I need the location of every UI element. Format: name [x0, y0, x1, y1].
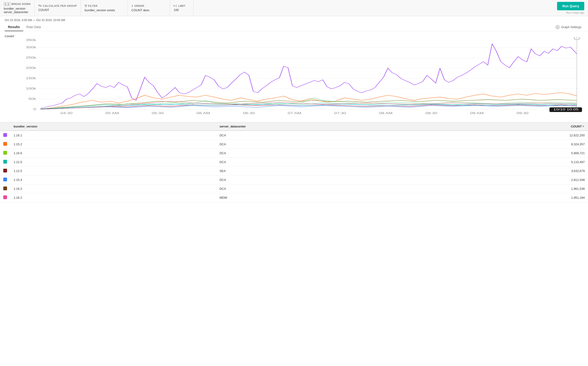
svg-text:06:30: 06:30 [243, 112, 255, 114]
svg-text:350k: 350k [26, 39, 36, 42]
run-ago-text: Run 5 days ago [566, 11, 584, 14]
chart-area: COUNT 0 50k 100k 150k 200k 250k 300k 350… [0, 31, 588, 120]
calculate-section[interactable]: fx CALCULATE PER GROUP COUNT [35, 0, 81, 16]
color-cell [0, 158, 10, 167]
results-header: Oct 10 2018, 4:05 AM — Oct 10 2018, 10:0… [0, 16, 588, 31]
bundler-version-header[interactable]: bundler_version [10, 122, 216, 131]
svg-text:04:30: 04:30 [61, 112, 72, 114]
bundler-version-cell: 1.15.4 [10, 175, 216, 184]
svg-point-0 [557, 26, 558, 28]
graph-settings-label: Graph Settings [561, 25, 581, 29]
svg-text:10/10 10:05: 10/10 10:05 [553, 108, 579, 111]
gear-icon [555, 25, 560, 29]
run-query-button[interactable]: Run Query [557, 2, 584, 10]
svg-text:09 AM: 09 AM [470, 112, 484, 114]
server-datacenter-cell: DCA [216, 158, 439, 167]
svg-text:150k: 150k [26, 77, 36, 80]
server-datacenter-cell: DCA [216, 149, 439, 158]
data-table: bundler_version server_datacenter COUNT … [0, 122, 588, 202]
color-cell [0, 167, 10, 175]
svg-text:05:30: 05:30 [152, 112, 164, 114]
server-datacenter-cell: DCA [216, 175, 439, 184]
color-swatch [3, 142, 7, 146]
color-swatch [3, 187, 7, 190]
svg-text:06 AM: 06 AM [196, 112, 210, 114]
color-cell [0, 131, 10, 140]
svg-text:200k: 200k [26, 66, 36, 69]
svg-text:07:30: 07:30 [334, 112, 346, 114]
color-swatch [3, 195, 7, 199]
toolbar: {-} BREAK DOWN bundler_version server_da… [0, 0, 588, 16]
tab-results[interactable]: Results [5, 23, 23, 31]
calculate-value: COUNT [39, 8, 77, 12]
server-datacenter-cell: DCA [216, 131, 439, 140]
breakdown-label: {-} BREAK DOWN [4, 2, 31, 6]
table-row: 1.16.2 DCA 1,961,538 [0, 184, 588, 193]
breakdown-section[interactable]: {-} BREAK DOWN bundler_version server_da… [0, 0, 35, 16]
table-row: 1.16.1 DCA 12,622,250 [0, 131, 588, 140]
order-label: ≡ ORDER [132, 4, 166, 8]
color-header [0, 122, 10, 131]
data-table-container: bundler_version server_datacenter COUNT … [0, 122, 588, 207]
chart-svg: 0 50k 100k 150k 200k 250k 300k 350k 04:3… [19, 37, 583, 114]
table-row: 1.15.4 DCA 2,811,548 [0, 175, 588, 184]
count-cell: 12,622,250 [440, 131, 588, 140]
filter-label: ▽ FILTER [85, 4, 124, 8]
color-cell [0, 175, 10, 184]
table-row: 1.16.2 MDW 1,951,184 [0, 193, 588, 202]
filter-value: bundler_version exists [85, 8, 124, 12]
count-cell: 5,110,487 [440, 158, 588, 167]
svg-text:0: 0 [33, 107, 36, 111]
order-value: COUNT desc [132, 8, 166, 12]
order-section[interactable]: ≡ ORDER COUNT desc [128, 0, 170, 16]
bundler-version-cell: 1.16.2 [10, 184, 216, 193]
server-datacenter-cell: MDW [216, 193, 439, 202]
count-header[interactable]: COUNT ▼ [440, 122, 588, 131]
count-cell: 1,961,538 [440, 184, 588, 193]
tabs: Results Raw Data [5, 23, 44, 31]
run-section: Run Query Run 5 days ago [553, 0, 588, 16]
bundler-version-cell: 1.12.5 [10, 158, 216, 167]
color-cell [0, 149, 10, 158]
count-cell: 5,906,721 [440, 149, 588, 158]
server-datacenter-cell: DCA [216, 184, 439, 193]
svg-text:250k: 250k [26, 56, 36, 59]
color-cell [0, 193, 10, 202]
svg-text:05 AM: 05 AM [105, 112, 119, 114]
count-cell: 3,632,679 [440, 167, 588, 175]
server-datacenter-cell: SEA [216, 167, 439, 175]
limit-label: ⊢| LIMIT [174, 4, 189, 7]
order-icon: ≡ [132, 4, 133, 8]
table-row: 1.12.5 SEA 3,632,679 [0, 167, 588, 175]
table-row: 1.15.2 DCA 8,324,357 [0, 140, 588, 149]
chart-wrapper: 0 50k 100k 150k 200k 250k 300k 350k 04:3… [19, 37, 583, 114]
svg-text:07 AM: 07 AM [288, 112, 301, 114]
tab-raw-data[interactable]: Raw Data [23, 23, 44, 31]
bundler-version-cell: 1.16.2 [10, 193, 216, 202]
color-swatch [3, 151, 7, 155]
filter-icon: ▽ [85, 4, 87, 8]
bundler-version-cell: 1.16.6 [10, 149, 216, 158]
breakdown-icon: {-} [4, 2, 10, 6]
sort-icon: ▼ [582, 125, 585, 128]
limit-section[interactable]: ⊢| LIMIT 100 [170, 0, 193, 16]
svg-text:08:30: 08:30 [425, 112, 437, 114]
filter-section[interactable]: ▽ FILTER bundler_version exists [81, 0, 128, 16]
breakdown-value: bundler_version server_datacenter [4, 7, 31, 14]
y-axis-label: COUNT [5, 35, 15, 38]
svg-text:09:30: 09:30 [517, 112, 528, 114]
server-datacenter-header[interactable]: server_datacenter [216, 122, 439, 131]
svg-text:08 AM: 08 AM [379, 112, 393, 114]
table-row: 1.12.5 DCA 5,110,487 [0, 158, 588, 167]
color-swatch [3, 169, 7, 172]
table-header-row: bundler_version server_datacenter COUNT … [0, 122, 588, 131]
time-range: Oct 10 2018, 4:05 AM — Oct 10 2018, 10:0… [5, 18, 583, 22]
tabs-row: Results Raw Data Graph Settings [5, 23, 583, 31]
svg-text:50k: 50k [28, 97, 36, 100]
graph-settings-button[interactable]: Graph Settings [554, 24, 583, 30]
calculate-label: fx CALCULATE PER GROUP [39, 4, 77, 7]
svg-text:300k: 300k [26, 46, 36, 49]
count-cell: 1,951,184 [440, 193, 588, 202]
color-swatch [3, 133, 7, 137]
bundler-version-cell: 1.12.5 [10, 167, 216, 175]
